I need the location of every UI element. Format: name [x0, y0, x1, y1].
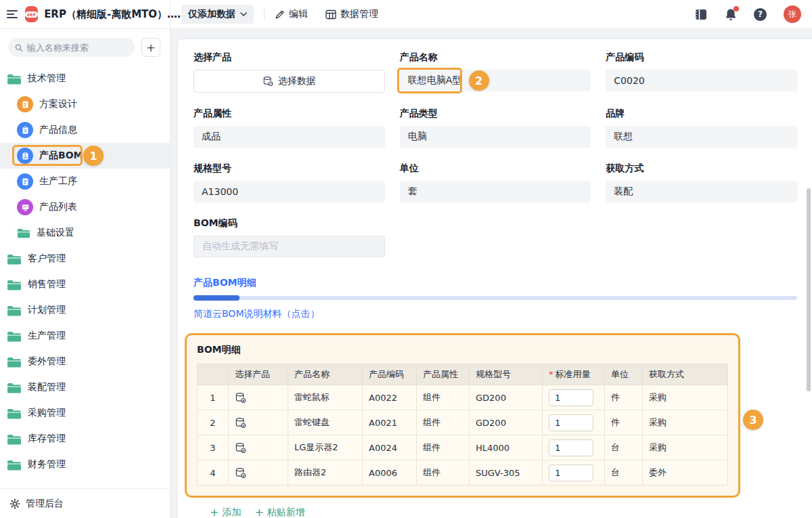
product-attr-value[interactable]: 成品 [194, 126, 385, 148]
row-attr: 组件 [417, 435, 470, 460]
app-header: ERP ERP（精细版-离散MTO）…… 仅添加数据 编辑 数据管理 [0, 0, 812, 29]
row-acquire: 采购 [643, 385, 728, 410]
col-header-spec: 规格型号 [470, 364, 543, 385]
bom-code-input[interactable]: 自动生成无需填写 [194, 236, 385, 257]
row-qty-cell [543, 435, 605, 460]
qty-input[interactable] [549, 439, 593, 456]
folder-icon [7, 382, 22, 393]
sidebar-item-product-info[interactable]: 产品信息 [0, 117, 170, 143]
sidebar: + 技术管理 方案设计 产品信息 产品BOM 1 [0, 29, 171, 518]
field-spec: 规格型号 A13000 [194, 163, 385, 202]
header-right: ? 张 [694, 5, 812, 23]
product-name-value[interactable]: 联想电脑A型 2 [400, 70, 591, 91]
sidebar-item-planning-mgmt[interactable]: 计划管理 [0, 297, 170, 323]
row-index: 1 [198, 385, 229, 410]
qty-input[interactable] [549, 414, 593, 431]
sidebar-item-label: 装配管理 [28, 381, 66, 393]
sidebar-item-tech-mgmt[interactable]: 技术管理 [0, 66, 170, 91]
user-avatar[interactable]: 张 [784, 5, 801, 23]
admin-console-button[interactable]: 管理后台 [0, 488, 170, 518]
row-unit: 台 [605, 435, 643, 460]
row-name: 雷蛇鼠标 [288, 385, 363, 410]
add-row-button[interactable]: +添加 [210, 506, 241, 518]
bom-doc-link[interactable]: 简道云BOM说明材料（点击） [194, 308, 797, 320]
sidebar-item-finance-mgmt[interactable]: 财务管理 [0, 452, 170, 477]
row-spec: GD200 [470, 410, 543, 435]
plus-icon: + [210, 508, 219, 517]
sidebar-item-sales-mgmt[interactable]: 销售管理 [0, 272, 170, 297]
row-unit: 台 [605, 460, 643, 485]
folder-icon [17, 228, 30, 238]
row-code: A0006 [363, 460, 417, 485]
bom-table: 选择产品 产品名称 产品编码 产品属性 规格型号 *标准用量 单位 获取方式 1 [197, 364, 728, 485]
sidebar-item-production-mgmt[interactable]: 生产管理 [0, 323, 170, 349]
brand-value[interactable]: 联想 [606, 126, 797, 148]
gear-icon [9, 498, 20, 509]
col-header-unit: 单位 [605, 364, 643, 385]
row-unit: 件 [605, 410, 643, 435]
subform-actions: +添加 +粘贴新增 [210, 506, 797, 518]
row-index: 4 [198, 460, 229, 485]
row-unit: 件 [605, 385, 643, 410]
field-product-code: 产品编码 C0020 [606, 51, 797, 93]
spec-value[interactable]: A13000 [194, 181, 385, 202]
row-code: A0021 [363, 410, 417, 435]
field-label: 产品类型 [400, 108, 591, 120]
help-button[interactable]: ? [754, 8, 767, 21]
table-row: 1 雷蛇鼠标 A0022 组件 GD200 件 采购 [198, 385, 728, 410]
sidebar-item-inventory-mgmt[interactable]: 库存管理 [0, 426, 170, 452]
notifications-button[interactable] [725, 8, 737, 21]
folder-icon [7, 408, 22, 419]
row-select-cell[interactable] [229, 410, 288, 435]
product-type-value[interactable]: 电脑 [400, 126, 591, 148]
qty-input[interactable] [549, 465, 593, 481]
collapse-sidebar-icon[interactable] [7, 10, 18, 18]
sidebar-item-product-list[interactable]: 产品列表 [0, 194, 170, 220]
product-code-value[interactable]: C0020 [606, 70, 797, 91]
sidebar-item-customer-mgmt[interactable]: 客户管理 [0, 246, 170, 272]
paste-add-button[interactable]: +粘贴新增 [254, 506, 304, 518]
add-app-button[interactable]: + [141, 38, 160, 57]
row-index: 2 [198, 410, 229, 435]
bom-panel-title: BOM明细 [197, 344, 728, 356]
sidebar-item-label: 生产工序 [39, 175, 77, 188]
sidebar-item-production-process[interactable]: 生产工序 [0, 169, 170, 194]
row-acquire: 委外 [643, 460, 728, 485]
tab-indicator-bar [194, 295, 797, 301]
row-select-cell[interactable] [229, 460, 288, 485]
notebook-icon[interactable] [694, 9, 708, 20]
sidebar-item-basic-settings[interactable]: 基础设置 [0, 220, 170, 246]
tab-product-bom-detail[interactable]: 产品BOM明细 [194, 277, 256, 289]
table-grid-icon [325, 9, 336, 20]
qty-input[interactable] [549, 389, 593, 406]
scrollbar-thumb[interactable] [807, 188, 811, 391]
data-manage-button[interactable]: 数据管理 [325, 8, 378, 20]
field-label: 获取方式 [606, 163, 797, 175]
row-attr: 组件 [417, 385, 470, 410]
sidebar-item-label: 生产管理 [28, 330, 66, 342]
mode-dropdown[interactable]: 仅添加数据 [181, 5, 254, 24]
acquire-value[interactable]: 装配 [606, 181, 797, 202]
sidebar-item-purchase-mgmt[interactable]: 采购管理 [0, 400, 170, 426]
sidebar-item-outsourcing-mgmt[interactable]: 委外管理 [0, 349, 170, 374]
sidebar-item-plan-design[interactable]: 方案设计 [0, 91, 170, 117]
sidebar-item-product-bom[interactable]: 产品BOM 1 [0, 143, 170, 169]
row-acquire: 采购 [643, 435, 728, 460]
field-label: 产品名称 [400, 51, 591, 64]
col-header-name: 产品名称 [288, 364, 363, 385]
search-input[interactable] [27, 43, 128, 53]
sidebar-item-assembly-mgmt[interactable]: 装配管理 [0, 374, 170, 400]
header-left: ERP ERP（精细版-离散MTO）…… [0, 0, 171, 28]
field-select-product: 选择产品 选择数据 [194, 51, 385, 93]
field-label: 选择产品 [194, 51, 385, 64]
select-data-button[interactable]: 选择数据 [194, 70, 385, 93]
sidebar-item-label: 客户管理 [28, 253, 66, 265]
row-select-cell[interactable] [229, 435, 288, 460]
unit-value[interactable]: 套 [400, 181, 591, 202]
row-select-cell[interactable] [229, 385, 288, 410]
annotation-badge-2: 2 [469, 70, 489, 91]
toolbar-divider [264, 9, 265, 20]
bom-clipboard-icon [17, 148, 33, 164]
edit-button[interactable]: 编辑 [275, 8, 308, 20]
row-name: LG显示器2 [288, 435, 363, 460]
